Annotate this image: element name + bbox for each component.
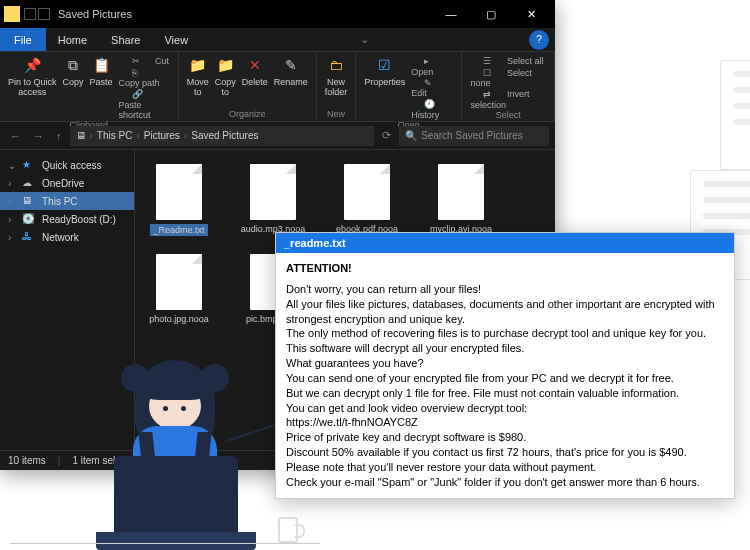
address-bar: ← → ↑ 🖥 › This PC› Pictures› Saved Pictu…: [0, 122, 555, 150]
rename-button[interactable]: ✎Rename: [274, 56, 308, 88]
file-name: photo.jpg.nooa: [149, 314, 209, 324]
invert-selection-button[interactable]: ⇄ Invert selection: [470, 89, 546, 110]
pc-icon: 🖥: [76, 130, 86, 141]
nav-forward[interactable]: →: [29, 130, 48, 142]
mug-illustration: [278, 517, 298, 543]
folder-icon: [4, 6, 20, 22]
new-folder-button[interactable]: 🗀New folder: [325, 56, 348, 98]
move-to-button[interactable]: 📁Move to: [187, 56, 209, 98]
group-organize: Organize: [187, 109, 308, 119]
drive-icon: 💽: [22, 213, 36, 225]
group-select: Select: [470, 110, 546, 120]
nav-up[interactable]: ↑: [52, 130, 66, 142]
file-icon: [438, 164, 484, 220]
file-item[interactable]: _Readme.txt: [145, 164, 213, 236]
paste-button[interactable]: 📋Paste: [90, 56, 113, 88]
maximize-button[interactable]: ▢: [471, 0, 511, 28]
history-button[interactable]: 🕘 History: [411, 99, 453, 120]
file-item[interactable]: audio.mp3.nooa: [239, 164, 307, 236]
help-button[interactable]: ?: [529, 30, 549, 50]
minimize-button[interactable]: —: [431, 0, 471, 28]
laptop-illustration: [96, 456, 256, 550]
readme-attention: ATTENTION!: [286, 261, 724, 276]
nav-back[interactable]: ←: [6, 130, 25, 142]
file-icon: [156, 164, 202, 220]
crumb-saved-pictures[interactable]: Saved Pictures: [191, 130, 258, 141]
file-item[interactable]: myclip.avi.nooa: [427, 164, 495, 236]
edit-button[interactable]: ✎ Edit: [411, 78, 453, 99]
readme-title[interactable]: _readme.txt: [276, 233, 734, 253]
cut-button[interactable]: ✂ Cut: [119, 56, 170, 67]
crumb-this-pc[interactable]: This PC: [97, 130, 133, 141]
ground-line: [10, 543, 320, 544]
chevron-down-icon[interactable]: ⌄: [354, 33, 375, 46]
file-item[interactable]: ebook.pdf.nooa: [333, 164, 401, 236]
window-title: Saved Pictures: [58, 8, 431, 20]
file-icon: [344, 164, 390, 220]
qat: [24, 8, 50, 20]
copy-path-button[interactable]: ⎘ Copy path: [119, 68, 170, 89]
ribbon: 📌Pin to Quick access ⧉Copy 📋Paste ✂ Cut …: [0, 52, 555, 122]
file-item[interactable]: photo.jpg.nooa: [145, 254, 213, 324]
copy-button[interactable]: ⧉Copy: [63, 56, 84, 88]
readme-body: ATTENTION! Don't worry, you can return a…: [276, 253, 734, 498]
titlebar[interactable]: Saved Pictures — ▢ ✕: [0, 0, 555, 28]
readme-text: Don't worry, you can return all your fil…: [286, 282, 724, 490]
sidebar-item-this-pc[interactable]: ›🖥This PC: [0, 192, 134, 210]
readme-window[interactable]: _readme.txt ATTENTION! Don't worry, you …: [275, 232, 735, 499]
menu-share[interactable]: Share: [99, 34, 152, 46]
file-name: _Readme.txt: [150, 224, 207, 236]
star-icon: ★: [22, 159, 36, 171]
cloud-icon: ☁: [22, 177, 36, 189]
sidebar-item-quick-access[interactable]: ⌄★Quick access: [0, 156, 134, 174]
sidebar-item-network[interactable]: ›🖧Network: [0, 228, 134, 246]
copy-to-button[interactable]: 📁Copy to: [215, 56, 236, 98]
delete-button[interactable]: ✕Delete: [242, 56, 268, 88]
file-icon: [250, 164, 296, 220]
menu-view[interactable]: View: [152, 34, 200, 46]
copy-icon: ⧉: [63, 56, 83, 76]
move-icon: 📁: [188, 56, 208, 76]
search-placeholder: Search Saved Pictures: [421, 130, 523, 141]
group-new: New: [325, 109, 348, 119]
sidebar-item-readyboost[interactable]: ›💽ReadyBoost (D:): [0, 210, 134, 228]
new-folder-icon: 🗀: [326, 56, 346, 76]
file-icon: [156, 254, 202, 310]
network-icon: 🖧: [22, 231, 36, 243]
select-none-button[interactable]: ☐ Select none: [470, 68, 546, 89]
search-icon: 🔍: [405, 130, 417, 141]
close-button[interactable]: ✕: [511, 0, 551, 28]
open-button[interactable]: ▸ Open: [411, 56, 453, 77]
sidebar-item-onedrive[interactable]: ›☁OneDrive: [0, 174, 134, 192]
breadcrumb[interactable]: 🖥 › This PC› Pictures› Saved Pictures: [70, 126, 375, 146]
properties-icon: ☑: [375, 56, 395, 76]
rename-icon: ✎: [281, 56, 301, 76]
refresh-button[interactable]: ⟳: [378, 129, 395, 142]
search-input[interactable]: 🔍 Search Saved Pictures: [399, 126, 549, 146]
copy-to-icon: 📁: [215, 56, 235, 76]
menu-file[interactable]: File: [0, 28, 46, 51]
crumb-pictures[interactable]: Pictures: [144, 130, 180, 141]
paste-icon: 📋: [91, 56, 111, 76]
pin-icon: 📌: [22, 56, 42, 76]
pin-quick-access-button[interactable]: 📌Pin to Quick access: [8, 56, 57, 98]
properties-button[interactable]: ☑Properties: [364, 56, 405, 88]
menu-bar: File Home Share View ⌄ ?: [0, 28, 555, 52]
monitor-icon: 🖥: [22, 195, 36, 207]
paste-shortcut-button[interactable]: 🔗 Paste shortcut: [119, 89, 170, 120]
menu-home[interactable]: Home: [46, 34, 99, 46]
select-all-button[interactable]: ☰ Select all: [470, 56, 546, 67]
status-count: 10 items: [8, 455, 46, 466]
delete-icon: ✕: [245, 56, 265, 76]
